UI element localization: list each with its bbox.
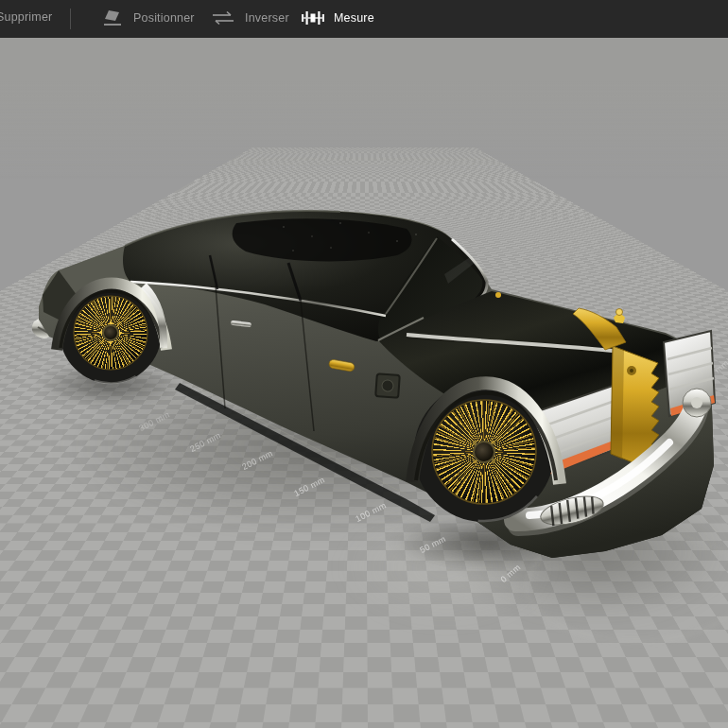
invert-label: Inverser: [245, 11, 289, 25]
invert-button[interactable]: Inverser: [210, 9, 289, 26]
measure-button[interactable]: Mesure: [301, 8, 374, 28]
delete-button[interactable]: Supprimer: [0, 10, 52, 24]
swap-arrows-icon: [210, 9, 236, 26]
toolbar-divider: [70, 9, 71, 29]
car-model-overlay: [0, 38, 728, 728]
measure-caliper-icon: [301, 8, 325, 28]
toolbar: Supprimer Positionner Inverser Mesure: [0, 0, 728, 38]
delete-label: Supprimer: [0, 10, 52, 24]
position-label: Positionner: [133, 11, 195, 25]
measure-label: Mesure: [334, 11, 374, 25]
lay-flat-icon: [102, 8, 125, 28]
3d-viewport[interactable]: 300 mm 250 mm 200 mm 150 mm 100 mm 50 mm…: [0, 38, 728, 728]
position-button[interactable]: Positionner: [102, 8, 195, 28]
